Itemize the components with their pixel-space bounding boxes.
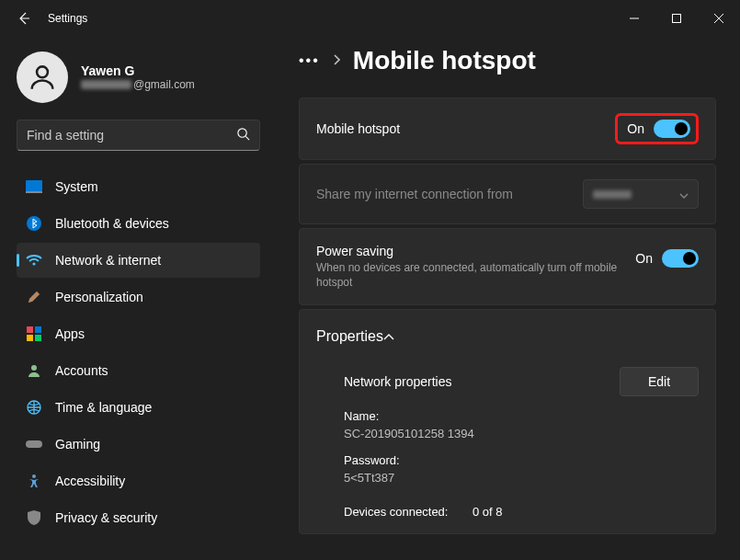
search-input[interactable] — [27, 128, 236, 143]
system-icon — [26, 178, 42, 195]
wifi-icon — [26, 252, 42, 269]
edit-button[interactable]: Edit — [620, 367, 699, 396]
nav-time[interactable]: Time & language — [17, 390, 260, 425]
chevron-up-icon — [383, 328, 394, 345]
person-icon — [26, 362, 42, 379]
svg-rect-8 — [26, 191, 42, 193]
breadcrumb: ••• Mobile hotspot — [299, 46, 716, 75]
nav-apps[interactable]: Apps — [17, 316, 260, 351]
apps-icon — [26, 326, 42, 342]
maximize-button[interactable] — [655, 4, 698, 33]
svg-rect-7 — [26, 180, 42, 191]
nav-accessibility[interactable]: Accessibility — [17, 463, 260, 498]
nav-accounts[interactable]: Accounts — [17, 353, 260, 388]
devices-label: Devices connected: — [344, 505, 472, 519]
svg-rect-13 — [27, 335, 33, 341]
highlight-box: On — [615, 113, 699, 144]
search-box[interactable] — [17, 120, 260, 151]
svg-rect-14 — [35, 335, 41, 341]
devices-value: 0 of 8 — [472, 505, 503, 519]
nav-network[interactable]: Network & internet — [17, 243, 260, 278]
nav-system[interactable]: System — [17, 169, 260, 204]
power-saving-sublabel: When no devices are connected, automatic… — [316, 260, 635, 290]
globe-icon — [26, 399, 42, 416]
hotspot-card: Mobile hotspot On — [299, 97, 716, 160]
avatar — [17, 51, 68, 103]
power-saving-state-text: On — [635, 251, 653, 266]
brush-icon — [26, 289, 42, 305]
hotspot-label: Mobile hotspot — [316, 121, 400, 136]
gaming-icon — [26, 436, 42, 452]
nav-personalization[interactable]: Personalization — [17, 280, 260, 314]
user-name: Yawen G — [81, 63, 195, 78]
search-icon — [236, 127, 250, 144]
password-label: Password: — [344, 453, 699, 467]
svg-point-15 — [31, 365, 37, 371]
back-button[interactable] — [9, 4, 39, 33]
hotspot-state-text: On — [627, 121, 644, 136]
chevron-down-icon — [679, 188, 689, 201]
svg-point-4 — [37, 66, 48, 77]
share-value-redacted — [593, 190, 632, 199]
share-label: Share my internet connection from — [316, 187, 513, 201]
svg-rect-1 — [673, 15, 681, 23]
password-value: 5<5Tt387 — [344, 471, 699, 485]
svg-line-6 — [245, 136, 249, 140]
shield-icon — [26, 509, 42, 526]
share-dropdown[interactable] — [583, 179, 699, 209]
properties-header: Properties — [316, 328, 383, 345]
svg-rect-12 — [35, 326, 41, 333]
nav-bluetooth[interactable]: Bluetooth & devices — [17, 206, 260, 241]
properties-card: Properties Network properties Edit Name:… — [299, 309, 716, 534]
share-card: Share my internet connection from — [299, 164, 716, 224]
user-email: @gmail.com — [81, 78, 195, 91]
chevron-right-icon — [333, 52, 340, 69]
power-saving-card: Power saving When no devices are connect… — [299, 228, 716, 305]
bluetooth-icon — [26, 215, 42, 232]
more-icon[interactable]: ••• — [299, 52, 320, 69]
properties-header-row[interactable]: Properties — [300, 310, 715, 363]
nav-gaming[interactable]: Gaming — [17, 427, 260, 462]
user-profile[interactable]: Yawen G @gmail.com — [17, 51, 260, 103]
svg-point-5 — [238, 128, 246, 136]
nav-privacy[interactable]: Privacy & security — [17, 500, 260, 535]
name-value: SC-201905101258 1394 — [344, 427, 699, 440]
window-title: Settings — [48, 12, 87, 25]
power-saving-toggle[interactable] — [662, 249, 699, 268]
page-title: Mobile hotspot — [353, 46, 536, 75]
svg-point-10 — [32, 262, 35, 265]
power-saving-label: Power saving — [316, 244, 635, 258]
accessibility-icon — [26, 473, 42, 489]
svg-rect-11 — [27, 326, 33, 333]
svg-point-18 — [32, 474, 36, 478]
minimize-button[interactable] — [613, 4, 655, 33]
network-properties-label: Network properties — [344, 374, 452, 389]
close-button[interactable] — [698, 4, 740, 33]
svg-rect-17 — [26, 440, 42, 448]
name-label: Name: — [344, 409, 699, 423]
hotspot-toggle[interactable] — [654, 120, 690, 138]
